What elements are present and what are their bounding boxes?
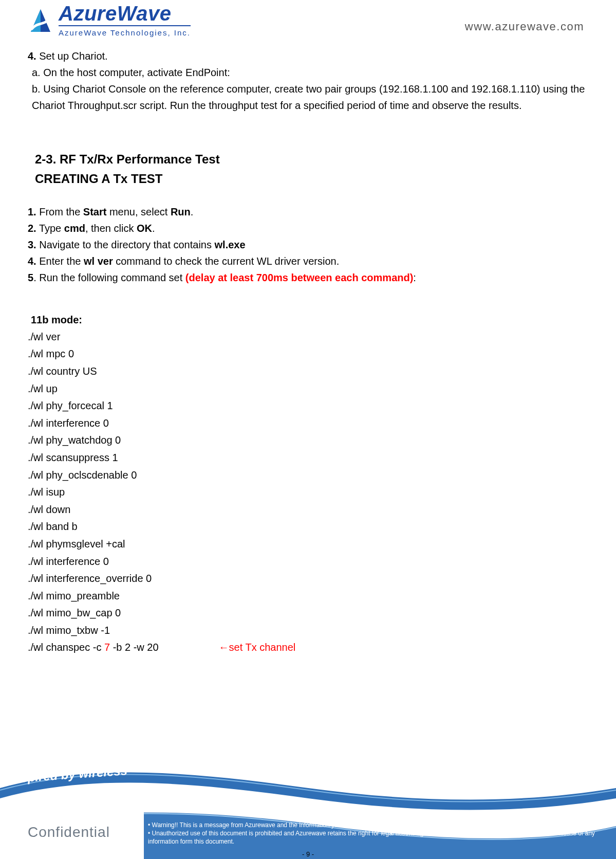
cmd-line: ./wl phy_oclscdenable 0 <box>28 467 588 484</box>
mode-11b-label: 11b mode: <box>31 312 588 328</box>
cmd-line: ./wl phy_forcecal 1 <box>28 398 588 414</box>
tx-step-2: 2. Type cmd, then click OK. <box>28 220 588 236</box>
footer-wave-top: Inspired by wireless <box>0 767 616 811</box>
footer-warning-1: Warning!! This is a message from Azurewa… <box>148 821 606 829</box>
tx-step-2-b1: cmd <box>64 223 85 234</box>
logo-text: AzureWave AzureWave Technologies, Inc. <box>59 3 191 36</box>
tx-step-3: 3. Navigate to the directory that contai… <box>28 236 588 253</box>
tx-step-5-num: 5 <box>28 272 33 283</box>
cmd-line: ./wl mimo_bw_cap 0 <box>28 605 588 622</box>
tx-step-2-num: 2. <box>28 223 36 234</box>
step-4b-text: b. Using Chariot Console on the referenc… <box>28 83 585 111</box>
mode-11b-commands: ./wl ver ./wl mpc 0 ./wl country US ./wl… <box>28 329 588 657</box>
document-body: 4. Set up Chariot. a. On the host comput… <box>0 36 616 657</box>
cmd-chanspec: ./wl chanspec -c 7 -b 2 -w 20 ←set Tx ch… <box>28 639 588 656</box>
tx-step-1-pre: From the <box>36 206 83 217</box>
step-4b: b. Using Chariot Console on the referenc… <box>28 81 588 114</box>
step-4: 4. Set up Chariot. <box>28 48 588 64</box>
tx-step-2-pre: Type <box>36 223 64 234</box>
header-url: www.azurewave.com <box>465 20 588 36</box>
footer-confidential: Confidential <box>28 824 110 840</box>
step-4a: a. On the host computer, activate EndPoi… <box>28 64 588 81</box>
cmd-line: ./wl mimo_txbw -1 <box>28 623 588 639</box>
left-arrow-icon: ← <box>219 642 229 653</box>
tx-step-3-b1: wl.exe <box>215 239 246 250</box>
cmd-line: ./wl interference_override 0 <box>28 571 588 587</box>
tx-step-4-num: 4. <box>28 255 36 267</box>
section-2-3-subheading: CREATING A Tx TEST <box>35 169 588 189</box>
step-4-num: 4. <box>28 50 36 62</box>
chanspec-note-text: set Tx channel <box>229 642 296 653</box>
tx-step-4-pre: Enter the <box>36 255 84 267</box>
tx-step-5-post: : <box>413 272 416 283</box>
tx-step-2-mid: , then click <box>85 223 137 234</box>
tx-step-3-pre: Navigate to the directory that contains <box>36 239 215 250</box>
tx-step-1-num: 1. <box>28 206 36 217</box>
page-footer: Inspired by wireless Confidential Warnin… <box>0 767 616 859</box>
tx-step-5-warn: (delay at least 700ms between each comma… <box>185 272 414 283</box>
tx-step-1-mid: menu, select <box>106 206 171 217</box>
cmd-line: ./wl ver <box>28 329 588 345</box>
chanspec-note: ←set Tx channel <box>219 639 296 656</box>
section-2-3-heading: 2-3. RF Tx/Rx Performance Test <box>35 150 588 169</box>
footer-warnings: Warning!! This is a message from Azurewa… <box>148 821 606 846</box>
footer-wave-bottom: Confidential Warning!! This is a message… <box>0 811 616 859</box>
brand-tagline: AzureWave Technologies, Inc. <box>59 29 191 36</box>
cmd-line: ./wl mimo_preamble <box>28 588 588 605</box>
tx-step-1-b2: Run <box>171 206 191 217</box>
cmd-line: ./wl phymsglevel +cal <box>28 536 588 553</box>
tx-step-2-post: . <box>152 223 155 234</box>
tx-step-4: 4. Enter the wl ver command to check the… <box>28 253 588 269</box>
chanspec-post: -b 2 -w 20 <box>110 642 158 653</box>
tx-step-3-num: 3. <box>28 239 36 250</box>
tx-step-4-b1: wl ver <box>84 255 113 267</box>
cmd-line: ./wl scansuppress 1 <box>28 450 588 466</box>
tx-test-steps: 1. From the Start menu, select Run. 2. T… <box>28 204 588 286</box>
page-header: AzureWave AzureWave Technologies, Inc. w… <box>0 0 616 36</box>
cmd-line: ./wl up <box>28 381 588 397</box>
cmd-line: ./wl mpc 0 <box>28 346 588 362</box>
cmd-line: ./wl interference 0 <box>28 415 588 432</box>
tx-step-4-post: command to check the current WL driver v… <box>113 255 340 267</box>
cmd-line: ./wl country US <box>28 363 588 380</box>
tx-step-5: 5. Run the following command set (delay … <box>28 269 588 286</box>
page-number: - 9 - <box>0 850 616 858</box>
chanspec-channel: 7 <box>104 642 110 653</box>
footer-warning-2: Unauthorized use of this document is pro… <box>148 829 606 846</box>
step-4-text: Set up Chariot. <box>36 50 108 62</box>
tx-step-1-post: . <box>191 206 194 217</box>
tx-step-1: 1. From the Start menu, select Run. <box>28 204 588 220</box>
cmd-line: ./wl down <box>28 502 588 518</box>
cmd-line: ./wl band b <box>28 519 588 535</box>
tx-step-1-b1: Start <box>83 206 107 217</box>
tx-step-5-pre: . Run the following command set <box>33 272 185 283</box>
brand-name: AzureWave <box>59 3 191 24</box>
azurewave-logo-icon <box>29 6 52 34</box>
cmd-line: ./wl interference 0 <box>28 554 588 570</box>
cmd-line: ./wl isup <box>28 484 588 501</box>
chanspec-pre: ./wl chanspec -c <box>28 642 104 653</box>
tx-step-2-b2: OK <box>137 223 152 234</box>
cmd-line: ./wl phy_watchdog 0 <box>28 432 588 449</box>
logo-block: AzureWave AzureWave Technologies, Inc. <box>29 3 191 36</box>
